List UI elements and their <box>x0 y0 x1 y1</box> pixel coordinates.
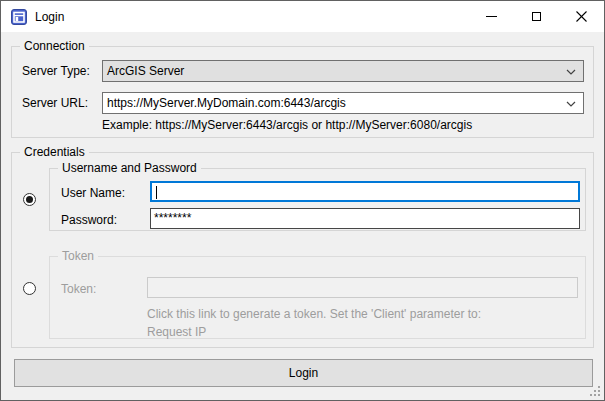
login-dialog: Login Connection Server Type: ArcGIS Ser… <box>0 0 605 401</box>
server-type-value: ArcGIS Server <box>107 64 184 78</box>
login-button[interactable]: Login <box>14 359 593 387</box>
token-input <box>147 277 578 298</box>
server-type-label: Server Type: <box>22 64 90 78</box>
server-url-example-text: Example: https://MyServer:6443/arcgis or… <box>102 118 472 132</box>
token-label: Token: <box>61 282 96 296</box>
server-type-dropdown[interactable]: ArcGIS Server <box>102 60 584 82</box>
credentials-groupbox: Credentials Username and Password User N… <box>11 152 594 348</box>
credentials-group-label: Credentials <box>20 145 89 159</box>
token-client-value-text: Request IP <box>147 325 206 339</box>
username-password-groupbox: Username and Password User Name: Passwor… <box>49 168 586 231</box>
text-caret <box>156 186 157 199</box>
token-groupbox: Token Token: Click this link to generate… <box>49 256 586 339</box>
username-password-group-label: Username and Password <box>58 161 201 175</box>
minimize-icon <box>486 16 497 17</box>
form-icon <box>11 9 27 25</box>
login-button-label: Login <box>289 366 318 380</box>
maximize-icon <box>532 12 541 21</box>
minimize-button[interactable] <box>469 1 514 32</box>
token-generate-link-text: Click this link to generate a token. Set… <box>147 307 481 321</box>
server-url-label: Server URL: <box>22 96 88 110</box>
password-label: Password: <box>61 213 117 227</box>
username-password-radio[interactable] <box>23 193 36 206</box>
connection-group-label: Connection <box>20 39 89 53</box>
user-name-input[interactable] <box>150 181 580 202</box>
server-url-value: https://MyServer.MyDomain.com:6443/arcgi… <box>107 96 346 110</box>
token-group-label: Token <box>58 249 98 263</box>
chevron-down-icon <box>566 101 576 107</box>
password-input[interactable]: ******** <box>150 208 580 229</box>
password-masked-value: ******** <box>154 211 191 225</box>
connection-groupbox: Connection Server Type: ArcGIS Server Se… <box>11 46 594 138</box>
user-name-label: User Name: <box>61 186 125 200</box>
window-controls <box>469 1 604 32</box>
server-url-combobox[interactable]: https://MyServer.MyDomain.com:6443/arcgi… <box>102 92 584 114</box>
token-radio[interactable] <box>23 282 36 295</box>
chevron-down-icon <box>566 69 576 75</box>
resize-grip-icon[interactable] <box>598 394 600 396</box>
close-button[interactable] <box>559 1 604 32</box>
maximize-button[interactable] <box>514 1 559 32</box>
close-icon <box>576 11 587 22</box>
titlebar[interactable]: Login <box>1 1 604 32</box>
window-title: Login <box>35 10 64 24</box>
